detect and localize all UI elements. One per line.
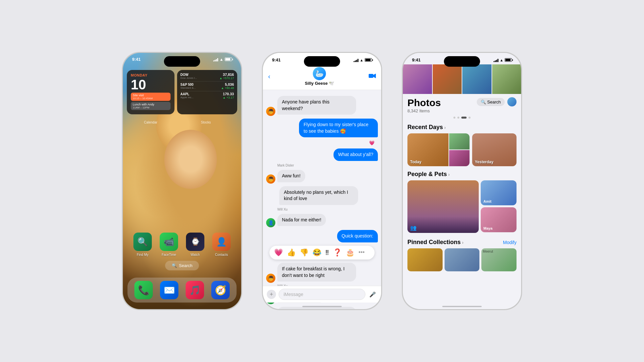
photos-search-button[interactable]: 🔍 Search [477, 98, 505, 106]
app-icon-facetime[interactable]: 📹 FaceTime [160, 233, 178, 257]
search-label: Search [179, 263, 192, 268]
avatar-mark: 👦 [266, 107, 275, 116]
stocks-widget-label: Stocks [174, 121, 237, 124]
facetime-label: FaceTime [162, 253, 176, 257]
dock-safari-icon[interactable]: 🧭 [211, 281, 230, 299]
recent-days-grid: Today Yesterday [407, 133, 517, 166]
tapback-question[interactable]: ❓ [333, 248, 342, 257]
pinned-grid: Meerut [407, 248, 517, 271]
tapback-heart[interactable]: 💗 [274, 248, 283, 257]
photos-body: Photos 8,342 Items 🔍 Search [403, 94, 521, 271]
dock-music-icon[interactable]: 🎵 [186, 281, 204, 299]
recent-days-label: Recent Days [407, 124, 443, 131]
watch-label: Watch [191, 253, 200, 257]
calendar-widget-label: Calendar [127, 121, 174, 124]
message-text-6: Nada for me either! [282, 217, 321, 222]
photos-app: 9:41 ▲ [403, 53, 521, 309]
search-icon: 🔍 [172, 263, 177, 268]
dynamic-island [164, 56, 200, 67]
signal-icon [213, 57, 218, 61]
time-display-2: 9:41 [272, 57, 281, 62]
today-thumbs [449, 133, 470, 166]
avatar-will: 👤 [266, 218, 275, 227]
search-label-photos: Search [487, 100, 501, 104]
message-text-1: Anyone have plans this weekend? [282, 99, 330, 111]
photos-toolbar: 🔍 Search [477, 97, 517, 106]
chevron-right-icon-2: › [448, 172, 450, 177]
photos-header-strip [403, 64, 521, 94]
tapback-exclaim[interactable]: ‼️ [325, 248, 329, 257]
app-icon-findmy[interactable]: 🔍 Find My [133, 233, 152, 257]
app-icon-contacts[interactable]: 👤 Contacts [212, 233, 231, 257]
message-text-8: If cake for breakfast is wrong, I don't … [282, 266, 345, 278]
maya-card[interactable]: Maya [481, 207, 517, 232]
message-bubble-4: Aww fun! [277, 170, 305, 182]
tapback-thumbsdown[interactable]: 👎 [300, 248, 309, 257]
stocks-widget[interactable]: DOW Dow Jones I... 37,816 ▲ +570.17 S&P … [177, 70, 237, 114]
phone-2-frame: 9:41 ▲ ‹ [262, 52, 382, 310]
calendar-event-2: Lunch with Andy 11AM – 12PM [131, 102, 171, 110]
message-text-3: What about y'all? [338, 152, 373, 157]
avatar-mark-3: 👦 [266, 274, 275, 283]
time-display: 9:41 [132, 57, 141, 62]
photos-app-title: Photos [407, 97, 441, 108]
amit-label: Amit [483, 199, 491, 203]
messages-scroll[interactable]: 👦 Anyone have plans this weekend? Flying… [263, 90, 381, 309]
people-pets-header[interactable]: People & Pets › [407, 171, 517, 178]
pinned-card-2[interactable] [445, 248, 480, 271]
tapback-bar[interactable]: 💗 👍 👎 😂 ‼️ ❓ 🎂 ••• [269, 246, 375, 260]
people-card-left[interactable]: 👥 [407, 180, 479, 233]
app-icons-row: 🔍 Find My 📹 FaceTime ⌚ Watch 👤 Contacts [129, 233, 235, 257]
message-text-2: Flying down to my sister's place to see … [304, 122, 368, 134]
strip-photo-1 [403, 64, 432, 94]
video-call-button[interactable] [369, 73, 376, 80]
dot-2[interactable] [457, 117, 459, 119]
photos-title-left: Photos 8,342 Items [407, 97, 441, 113]
app-icon-watch[interactable]: ⌚ Watch [186, 233, 204, 257]
yesterday-card[interactable]: Yesterday [472, 133, 517, 166]
tapback-more[interactable]: ••• [358, 249, 365, 256]
dot-4[interactable] [469, 117, 471, 119]
tapback-cake[interactable]: 🎂 [346, 248, 355, 257]
calendar-day-number: 10 [131, 78, 171, 92]
wifi-icon: ▲ [219, 57, 223, 62]
widgets-area: MONDAY 10 Site visit 10:15 – 10:45AM Lun… [127, 70, 237, 114]
amit-card[interactable]: Amit [481, 180, 517, 205]
people-icon: 👥 [410, 225, 417, 231]
dynamic-island-3 [444, 56, 480, 67]
back-button[interactable]: ‹ [268, 73, 270, 80]
message-text-7: Quick question: [342, 233, 374, 238]
user-avatar-photos[interactable] [507, 97, 517, 106]
people-pets-grid: 👥 Amit Maya [407, 180, 517, 234]
time-display-3: 9:41 [412, 57, 421, 62]
contacts-icon: 👤 [212, 233, 231, 251]
pinned-card-3[interactable]: Meerut [481, 248, 517, 271]
dock-mail-icon[interactable]: ✉️ [160, 281, 178, 299]
pinned-title[interactable]: Pinned Collections › [407, 239, 464, 246]
dock-phone-icon[interactable]: 📞 [134, 281, 153, 299]
today-thumb-2 [449, 150, 470, 166]
dot-3[interactable] [461, 117, 467, 119]
pinned-card-1[interactable] [407, 248, 443, 271]
view-mode-dots [407, 115, 517, 121]
sender-mark-disler: Mark Disler [277, 164, 378, 167]
voice-message-button[interactable]: 🎤 [368, 290, 377, 299]
message-row-8: 👦 If cake for breakfast is wrong, I don'… [266, 261, 378, 283]
sender-will-xu-1: Will Xu [277, 208, 378, 211]
message-bubble-3: What about y'all? [334, 148, 378, 161]
message-input[interactable]: iMessage [279, 289, 365, 300]
spotlight-search[interactable]: 🔍 Search [165, 261, 199, 270]
find-my-label: Find My [137, 253, 149, 257]
add-attachment-button[interactable]: + [267, 290, 276, 299]
calendar-widget[interactable]: MONDAY 10 Site visit 10:15 – 10:45AM Lun… [127, 70, 174, 114]
tapback-haha[interactable]: 😂 [312, 248, 321, 257]
battery-icon [225, 57, 232, 61]
people-pets-label: People & Pets [407, 171, 447, 178]
dot-1[interactable] [453, 117, 455, 119]
home-indicator-3 [442, 306, 482, 307]
today-card[interactable]: Today [407, 133, 470, 166]
tapback-thumbsup[interactable]: 👍 [287, 248, 296, 257]
recent-days-header[interactable]: Recent Days › [407, 124, 517, 131]
chevron-right-icon: › [444, 125, 446, 130]
pinned-modify-button[interactable]: Modify [503, 240, 517, 245]
